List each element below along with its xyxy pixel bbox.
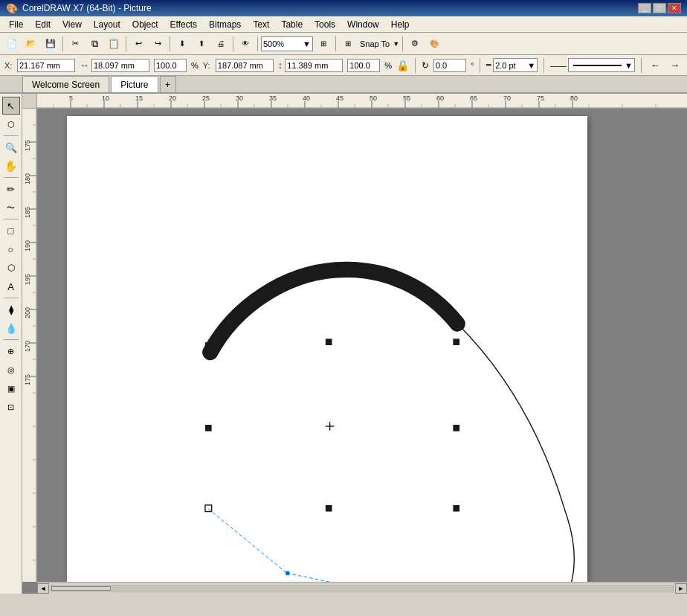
color-mgmt-btn[interactable]: 🎨 bbox=[425, 35, 443, 53]
width-pct-input[interactable] bbox=[154, 59, 187, 72]
pick-tool[interactable]: ↖ bbox=[2, 97, 20, 115]
node-tool[interactable]: ⬡ bbox=[2, 115, 20, 133]
title-text: CorelDRAW X7 (64-Bit) - Picture bbox=[22, 3, 152, 13]
export-btn[interactable]: ⬆ bbox=[193, 35, 210, 53]
line-style-value bbox=[573, 65, 622, 66]
menu-file[interactable]: File bbox=[3, 18, 29, 31]
main-area: ↖ ⬡ 🔍 ✋ ✏ 〜 □ ○ ⬡ A ⧫ 💧 ⊕ ◎ ▣ ⊡ bbox=[0, 94, 687, 594]
polygon-tool[interactable]: ⬡ bbox=[2, 259, 20, 277]
coord-bar: X: ↔ % Y: ↕ % 🔒 ↻ ° ━ 2.0 pt ▼ —— ▼ ← → bbox=[0, 55, 687, 76]
svg-text:175: 175 bbox=[24, 374, 31, 385]
maximize-button[interactable]: □ bbox=[653, 3, 666, 13]
crop-tool[interactable]: ⊡ bbox=[2, 398, 20, 416]
import-btn[interactable]: ⬇ bbox=[173, 35, 191, 53]
sep5 bbox=[257, 36, 258, 51]
pan-tool[interactable]: ✋ bbox=[2, 157, 20, 175]
height-input[interactable] bbox=[285, 59, 343, 72]
zoom-value: 500% bbox=[263, 39, 284, 48]
tool-sep1 bbox=[4, 135, 19, 136]
svg-text:175: 175 bbox=[24, 140, 31, 151]
menu-layout[interactable]: Layout bbox=[88, 18, 126, 31]
paste-btn[interactable]: 📋 bbox=[105, 35, 123, 53]
contour-tool[interactable]: ◎ bbox=[2, 361, 20, 379]
fill-tool[interactable]: ⧫ bbox=[2, 301, 20, 318]
menu-view[interactable]: View bbox=[57, 18, 88, 31]
scroll-left-btn[interactable]: ◄ bbox=[37, 583, 49, 594]
arrow-start[interactable]: ← bbox=[648, 57, 663, 74]
view-toggle[interactable]: 👁 bbox=[236, 35, 254, 53]
horizontal-scrollbar[interactable]: ◄ ► bbox=[37, 582, 687, 594]
sep3 bbox=[170, 36, 170, 51]
svg-text:75: 75 bbox=[537, 94, 544, 102]
menu-edit[interactable]: Edit bbox=[29, 18, 57, 31]
arrow-end[interactable]: → bbox=[667, 57, 683, 74]
tab-add-button[interactable]: + bbox=[160, 76, 176, 92]
redo-btn[interactable]: ↪ bbox=[149, 35, 167, 53]
rect-tool[interactable]: □ bbox=[2, 222, 20, 240]
width-input[interactable] bbox=[91, 59, 149, 72]
lock-icon[interactable]: 🔒 bbox=[396, 60, 409, 71]
svg-text:45: 45 bbox=[336, 94, 344, 102]
scroll-right-btn[interactable]: ► bbox=[675, 583, 687, 594]
menu-text[interactable]: Text bbox=[247, 18, 275, 31]
smart-draw[interactable]: 〜 bbox=[2, 199, 20, 216]
menu-object[interactable]: Object bbox=[126, 18, 164, 31]
zoom-expand[interactable]: ⊞ bbox=[315, 35, 332, 53]
sep2 bbox=[126, 36, 126, 51]
line-style-arrow: ▼ bbox=[625, 61, 633, 70]
sep4 bbox=[233, 36, 233, 51]
new-btn[interactable]: 📄 bbox=[3, 35, 21, 53]
text-tool[interactable]: A bbox=[2, 277, 20, 295]
y-coord-group: Y: bbox=[203, 59, 274, 72]
menu-tools[interactable]: Tools bbox=[309, 18, 341, 31]
blend-tool[interactable]: ⊕ bbox=[2, 342, 20, 360]
open-btn[interactable]: 📂 bbox=[22, 35, 40, 53]
line-style-dropdown[interactable]: ▼ bbox=[568, 58, 635, 72]
cut-btn[interactable]: ✂ bbox=[66, 35, 84, 53]
publish-btn[interactable]: 🖨 bbox=[212, 35, 230, 53]
y-input[interactable] bbox=[216, 59, 274, 72]
zoom-tool[interactable]: 🔍 bbox=[2, 138, 20, 156]
menu-effects[interactable]: Effects bbox=[164, 18, 203, 31]
line-style-group: —— ▼ bbox=[550, 58, 635, 72]
menu-bitmaps[interactable]: Bitmaps bbox=[203, 18, 247, 31]
height-pct-input[interactable] bbox=[347, 59, 380, 72]
svg-text:65: 65 bbox=[470, 94, 477, 102]
x-input[interactable] bbox=[17, 59, 75, 72]
freehand-tool[interactable]: ✏ bbox=[2, 180, 20, 198]
thickness-dropdown[interactable]: 2.0 pt ▼ bbox=[493, 58, 538, 72]
minimize-button[interactable]: _ bbox=[638, 3, 651, 13]
thickness-value: 2.0 pt bbox=[495, 61, 516, 70]
tab-picture[interactable]: Picture bbox=[111, 76, 158, 92]
svg-text:15: 15 bbox=[135, 94, 143, 102]
drawing-area[interactable] bbox=[37, 109, 687, 582]
dash-style: —— bbox=[550, 61, 567, 70]
line-thickness-group: ━ 2.0 pt ▼ bbox=[486, 58, 538, 72]
shadow-tool[interactable]: ▣ bbox=[2, 379, 20, 397]
undo-btn[interactable]: ↩ bbox=[129, 35, 147, 53]
ellipse-tool[interactable]: ○ bbox=[2, 240, 20, 258]
scroll-thumb-h[interactable] bbox=[51, 586, 111, 591]
canvas-wrapper[interactable]: 5 10 15 20 25 30 35 40 45 bbox=[22, 94, 687, 594]
copy-btn[interactable]: ⧉ bbox=[86, 35, 103, 53]
snap-options[interactable]: ⊞ bbox=[339, 35, 357, 53]
zoom-dropdown[interactable]: 500% ▼ bbox=[261, 36, 313, 51]
sep-coord bbox=[415, 58, 416, 73]
tab-welcome[interactable]: Welcome Screen bbox=[22, 76, 109, 92]
zoom-arrow: ▼ bbox=[303, 39, 311, 48]
menu-table[interactable]: Table bbox=[275, 18, 309, 31]
scroll-track-h[interactable] bbox=[51, 585, 674, 591]
svg-text:200: 200 bbox=[24, 307, 31, 318]
save-btn[interactable]: 💾 bbox=[42, 35, 59, 53]
snap-label: Snap To bbox=[360, 39, 390, 48]
options-btn[interactable]: ⚙ bbox=[406, 35, 424, 53]
sep-coord2 bbox=[480, 58, 480, 73]
window-controls: _ □ ✕ bbox=[638, 3, 681, 13]
eyedropper-tool[interactable]: 💧 bbox=[2, 319, 20, 337]
x-label: X: bbox=[4, 61, 15, 70]
menu-help[interactable]: Help bbox=[385, 18, 416, 31]
close-button[interactable]: ✕ bbox=[668, 3, 681, 13]
sep-coord4 bbox=[641, 58, 642, 73]
angle-input[interactable] bbox=[433, 59, 466, 72]
menu-window[interactable]: Window bbox=[341, 18, 385, 31]
